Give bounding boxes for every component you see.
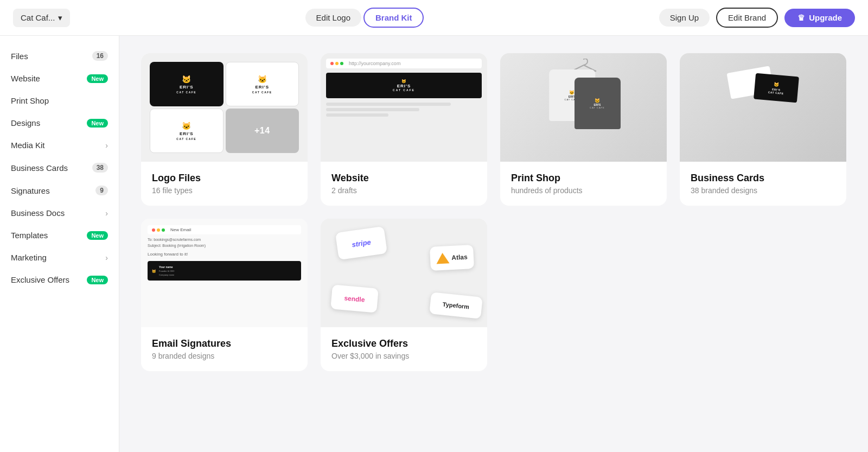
card-body-print-shop: Print Shop hundreds of products	[500, 162, 667, 206]
print-mock-preview: 🐱 ERI'S CAT CAFE 🐱 ERI'S CAT CAFE	[500, 53, 667, 162]
email-dot-yellow	[157, 228, 160, 232]
sidebar-label-signatures: Signatures	[11, 186, 50, 195]
card-email-signatures[interactable]: New Email To: bookings@scrutefarms.com S…	[141, 219, 308, 371]
signatures-count-badge: 9	[95, 186, 108, 195]
website-content-lines	[326, 103, 482, 117]
sidebar-label-marketing: Marketing	[11, 253, 47, 262]
atlas-triangle-icon	[436, 252, 450, 264]
email-body-preview: Looking forward to it!	[148, 252, 301, 257]
tshirt-dark: 🐱 ERI'S CAT CAFE	[575, 78, 621, 129]
brand-kit-button[interactable]: Brand Kit	[363, 8, 424, 28]
website-line-2	[326, 108, 419, 111]
card-body-business-cards: Business Cards 38 branded designs	[680, 162, 846, 206]
card-body-exclusive-offers: Exclusive Offers Over $3,000 in savings	[321, 327, 487, 371]
card-logo-files[interactable]: 🐱 ERI'S CAT CAFE 🐱 ERI'S CAT CAFE 🐱 ERI'…	[141, 53, 308, 206]
logo-icon-dark: 🐱	[182, 75, 192, 84]
card-exclusive-offers[interactable]: stripe Atlas sendle Typefo	[321, 219, 487, 371]
cards-grid: 🐱 ERI'S CAT CAFE 🐱 ERI'S CAT CAFE 🐱 ERI'…	[141, 53, 846, 371]
card-image-logo-files: 🐱 ERI'S CAT CAFE 🐱 ERI'S CAT CAFE 🐱 ERI'…	[141, 53, 308, 162]
sidebar: Files 16 Website New Print Shop Designs …	[0, 36, 119, 452]
logo-cell-dark-full: 🐱 ERI'S CAT CAFE	[150, 62, 224, 106]
email-sig-title: Founder & CEO	[159, 270, 174, 272]
card-body-logo-files: Logo Files 16 file types	[141, 162, 308, 206]
email-header-bar: New Email	[148, 225, 301, 234]
card-subtitle-business-cards: 38 branded designs	[691, 186, 835, 195]
logo-cell-count-overlay: +14	[226, 109, 299, 153]
brand-selector-label: Cat Caf...	[21, 13, 55, 22]
card-subtitle-website: 2 drafts	[331, 186, 476, 195]
card-image-print-shop: 🐱 ERI'S CAT CAFE 🐱 ERI'S CAT CAFE	[500, 53, 667, 162]
logo-count-text: +14	[254, 126, 270, 136]
dot-green	[340, 62, 343, 65]
header-right: Sign Up Edit Brand ♛ Upgrade	[659, 8, 855, 28]
card-image-email-signatures: New Email To: bookings@scrutefarms.com S…	[141, 219, 308, 327]
sidebar-label-designs: Designs	[11, 118, 40, 128]
upgrade-button[interactable]: ♛ Upgrade	[784, 9, 855, 27]
chevron-right-icon-marketing: ›	[105, 253, 108, 262]
card-title-business-cards: Business Cards	[691, 173, 835, 184]
edit-logo-button[interactable]: Edit Logo	[305, 9, 361, 27]
email-sig-name: Your name	[159, 265, 174, 269]
templates-new-badge: New	[87, 231, 108, 240]
card-body-website: Website 2 drafts	[321, 162, 487, 206]
card-title-email-signatures: Email Signatures	[152, 338, 297, 349]
offer-card-stripe: stripe	[335, 226, 387, 260]
email-sig-company: Company name	[159, 273, 174, 276]
logo-grid-preview: 🐱 ERI'S CAT CAFE 🐱 ERI'S CAT CAFE 🐱 ERI'…	[141, 53, 308, 162]
sidebar-item-exclusive-offers[interactable]: Exclusive Offers New	[0, 269, 119, 291]
sidebar-item-signatures[interactable]: Signatures 9	[0, 179, 119, 202]
email-window-label: New Email	[170, 227, 191, 232]
dot-red	[330, 62, 334, 65]
offer-card-sendle: sendle	[330, 284, 379, 313]
bizcard-dark: 🐱 ERI'SCAT CAFE	[754, 73, 799, 103]
chevron-down-icon: ▾	[58, 13, 62, 23]
files-count-badge: 16	[92, 51, 108, 61]
dot-yellow	[335, 62, 339, 65]
designs-new-badge: New	[87, 119, 108, 128]
card-business-cards[interactable]: 🐱 ERI'SCAT CAFE Business Cards 38 brande…	[680, 53, 846, 206]
email-dot-red	[152, 228, 155, 232]
website-hero-section: 🐱 ERI'S CAT CAFE	[326, 73, 482, 98]
header-left: Cat Caf... ▾	[13, 9, 70, 27]
bizcard-logo-text: ERI'SCAT CAFE	[768, 87, 784, 94]
sidebar-item-designs[interactable]: Designs New	[0, 112, 119, 134]
card-title-exclusive-offers: Exclusive Offers	[331, 338, 476, 349]
edit-brand-button[interactable]: Edit Brand	[716, 8, 778, 28]
email-dot-green	[162, 228, 165, 232]
sidebar-item-business-cards[interactable]: Business Cards 38	[0, 156, 119, 179]
sidebar-item-media-kit[interactable]: Media Kit ›	[0, 134, 119, 156]
brand-selector-button[interactable]: Cat Caf... ▾	[13, 9, 70, 27]
layout: Files 16 Website New Print Shop Designs …	[0, 36, 868, 452]
website-mock-preview: http://yourcompany.com 🐱 ERI'S CAT CAFE	[321, 53, 487, 162]
card-print-shop[interactable]: 🐱 ERI'S CAT CAFE 🐱 ERI'S CAT CAFE Pri	[500, 53, 667, 206]
sidebar-item-templates[interactable]: Templates New	[0, 224, 119, 246]
sidebar-label-media-kit: Media Kit	[11, 141, 45, 150]
sidebar-item-print-shop[interactable]: Print Shop	[0, 90, 119, 112]
email-subject-line: Subject: Booking (Irrigation Room)	[148, 244, 301, 247]
card-image-business-cards: 🐱 ERI'SCAT CAFE	[680, 53, 846, 162]
website-line-1	[326, 103, 451, 106]
offer-card-atlas: Atlas	[430, 245, 474, 271]
card-subtitle-exclusive-offers: Over $3,000 in savings	[331, 352, 476, 360]
sidebar-label-exclusive-offers: Exclusive Offers	[11, 275, 69, 284]
sidebar-item-files[interactable]: Files 16	[0, 44, 119, 67]
browser-url: http://yourcompany.com	[349, 61, 400, 66]
crown-icon: ♛	[797, 13, 805, 23]
card-image-exclusive-offers: stripe Atlas sendle Typefo	[321, 219, 487, 327]
main-content: 🐱 ERI'S CAT CAFE 🐱 ERI'S CAT CAFE 🐱 ERI'…	[119, 36, 868, 452]
website-line-3	[326, 113, 388, 117]
sidebar-label-business-cards: Business Cards	[11, 163, 68, 173]
sidebar-item-business-docs[interactable]: Business Docs ›	[0, 202, 119, 224]
logo-cell-light-small: 🐱 ERI'S CAT CAFE	[150, 109, 224, 153]
sidebar-item-marketing[interactable]: Marketing ›	[0, 246, 119, 269]
card-title-logo-files: Logo Files	[152, 173, 297, 184]
email-fields-section: To: bookings@scrutefarms.com Subject: Bo…	[148, 238, 301, 247]
card-subtitle-email-signatures: 9 branded designs	[152, 352, 297, 360]
sidebar-label-print-shop: Print Shop	[11, 96, 49, 105]
logo-cell-light-full: 🐱 ERI'S CAT CAFE	[226, 62, 299, 106]
sidebar-item-website[interactable]: Website New	[0, 67, 119, 90]
bizcard-mock-preview: 🐱 ERI'SCAT CAFE	[680, 53, 846, 162]
sign-up-button[interactable]: Sign Up	[659, 9, 710, 27]
card-website[interactable]: http://yourcompany.com 🐱 ERI'S CAT CAFE	[321, 53, 487, 206]
card-subtitle-print-shop: hundreds of products	[511, 186, 656, 195]
